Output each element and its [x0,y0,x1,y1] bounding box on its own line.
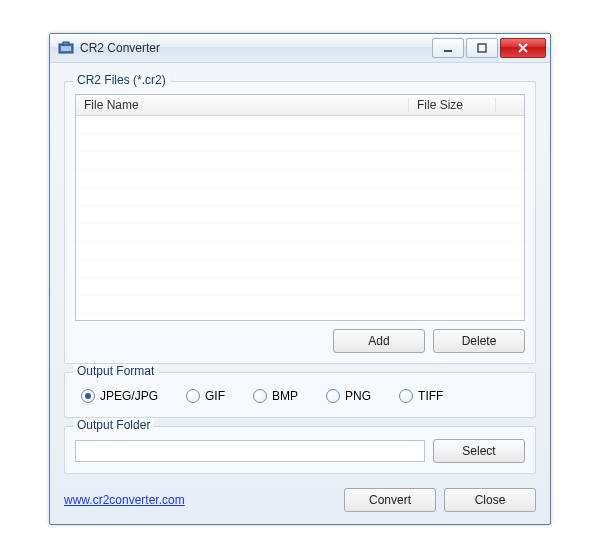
radio-label: GIF [205,389,225,403]
file-list-body[interactable] [76,116,524,321]
svg-rect-3 [444,50,452,52]
radio-label: JPEG/JPG [100,389,158,403]
format-groupbox: Output Format JPEG/JPG GIF BMP PNG [64,372,536,418]
delete-button[interactable]: Delete [433,329,525,353]
select-folder-button[interactable]: Select [433,439,525,463]
window-title: CR2 Converter [80,41,432,55]
radio-jpeg[interactable]: JPEG/JPG [81,389,158,403]
radio-label: PNG [345,389,371,403]
close-window-button[interactable] [500,38,546,58]
column-filesize[interactable]: File Size [409,98,496,112]
website-link[interactable]: www.cr2converter.com [64,493,344,507]
radio-bmp[interactable]: BMP [253,389,298,403]
radio-dot-icon [186,389,200,403]
radio-label: TIFF [418,389,443,403]
output-folder-input[interactable] [75,440,425,462]
file-buttons: Add Delete [75,329,525,353]
column-filename[interactable]: File Name [76,98,409,112]
svg-rect-1 [61,46,71,51]
radio-label: BMP [272,389,298,403]
files-groupbox: CR2 Files (*.cr2) File Name File Size Ad… [64,81,536,364]
app-icon [58,40,74,56]
radio-dot-icon [399,389,413,403]
footer-row: www.cr2converter.com Convert Close [64,488,536,512]
folder-groupbox: Output Folder Select [64,426,536,474]
svg-rect-4 [478,44,486,52]
close-button[interactable]: Close [444,488,536,512]
minimize-button[interactable] [432,38,464,58]
radio-dot-icon [326,389,340,403]
file-list-header: File Name File Size [76,95,524,116]
client-area: CR2 Files (*.cr2) File Name File Size Ad… [50,63,550,524]
radio-gif[interactable]: GIF [186,389,225,403]
maximize-button[interactable] [466,38,498,58]
app-window: CR2 Converter CR2 Files (*.cr2) File Nam… [49,33,551,525]
radio-tiff[interactable]: TIFF [399,389,443,403]
radio-dot-icon [81,389,95,403]
footer-buttons: Convert Close [344,488,536,512]
add-button[interactable]: Add [333,329,425,353]
radio-png[interactable]: PNG [326,389,371,403]
format-radios: JPEG/JPG GIF BMP PNG TIFF [75,385,525,407]
svg-rect-2 [63,42,69,45]
folder-group-label: Output Folder [73,418,154,432]
file-list[interactable]: File Name File Size [75,94,525,321]
titlebar[interactable]: CR2 Converter [50,34,550,63]
files-group-label: CR2 Files (*.cr2) [73,73,170,87]
folder-row: Select [75,439,525,463]
convert-button[interactable]: Convert [344,488,436,512]
format-group-label: Output Format [73,364,158,378]
window-buttons [432,38,546,58]
radio-dot-icon [253,389,267,403]
